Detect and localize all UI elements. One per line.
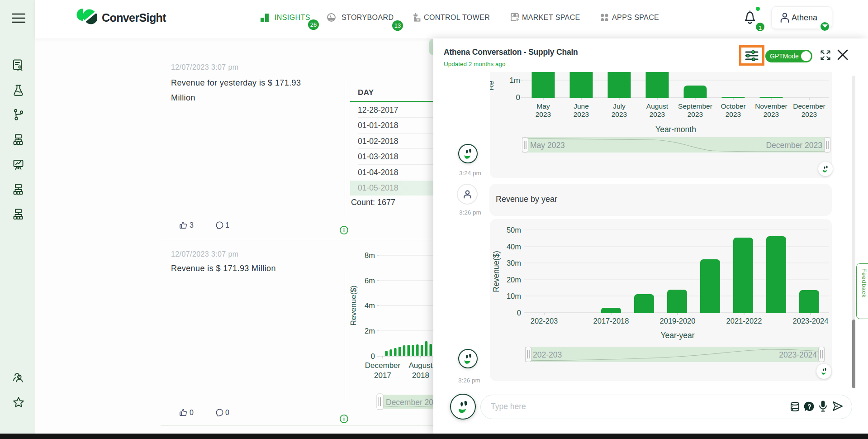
svg-text:1m: 1m (509, 76, 520, 85)
svg-text:Year-month: Year-month (655, 125, 696, 134)
svg-text:September: September (678, 102, 712, 110)
svg-text:40m: 40m (507, 243, 521, 251)
svg-text:August: August (646, 102, 669, 110)
svg-text:July: July (613, 102, 626, 110)
svg-text:2023: 2023 (726, 110, 741, 118)
svg-text:2023: 2023 (688, 110, 703, 118)
svg-text:2017-2018: 2017-2018 (593, 317, 629, 325)
svg-text:2023: 2023 (764, 110, 779, 118)
svg-text:Re: Re (490, 81, 495, 91)
svg-text:2019-2020: 2019-2020 (660, 317, 696, 325)
svg-text:August: August (409, 361, 433, 370)
svg-text:6m: 6m (365, 277, 375, 285)
svg-text:2017: 2017 (374, 371, 391, 380)
svg-text:2023: 2023 (802, 110, 817, 118)
svg-text:Revenue($): Revenue($) (349, 286, 358, 326)
svg-text:2023: 2023 (536, 110, 551, 118)
svg-text:202-203: 202-203 (531, 317, 558, 325)
svg-text:December 2023: December 2023 (766, 141, 822, 150)
svg-text:2018: 2018 (412, 371, 429, 380)
svg-text:0: 0 (517, 309, 521, 317)
svg-text:October: October (721, 102, 745, 110)
svg-text:2023-2024: 2023-2024 (779, 350, 817, 359)
svg-text:Year-year: Year-year (660, 331, 694, 340)
svg-text:0: 0 (371, 352, 375, 360)
svg-text:20m: 20m (507, 276, 521, 284)
svg-text:2023: 2023 (612, 110, 627, 118)
svg-text:2023: 2023 (650, 110, 665, 118)
svg-text:2021-2022: 2021-2022 (726, 317, 762, 325)
svg-text:2m: 2m (365, 327, 375, 335)
svg-text:10m: 10m (507, 292, 521, 300)
svg-text:2023: 2023 (574, 110, 589, 118)
svg-text:0: 0 (516, 93, 520, 102)
svg-text:May: May (536, 102, 550, 110)
svg-text:November: November (755, 102, 787, 110)
svg-text:December: December (793, 102, 825, 110)
svg-text:December: December (365, 361, 401, 370)
svg-text:May 2023: May 2023 (530, 141, 565, 150)
svg-text:2023-2024: 2023-2024 (793, 317, 829, 325)
svg-text:8m: 8m (365, 251, 375, 259)
svg-text:30m: 30m (507, 259, 521, 267)
svg-text:202-203: 202-203 (533, 350, 562, 359)
svg-text:50m: 50m (507, 226, 521, 234)
svg-text:Revenue($): Revenue($) (492, 251, 501, 292)
svg-text:June: June (574, 102, 589, 110)
svg-text:4m: 4m (365, 301, 375, 310)
